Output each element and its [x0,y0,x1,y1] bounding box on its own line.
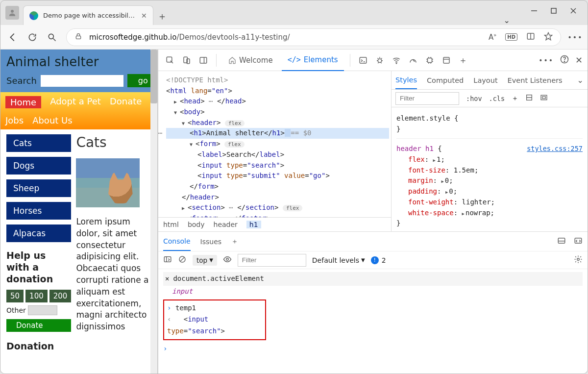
svg-point-0 [11,10,14,13]
flex-editor-icon[interactable] [525,94,533,103]
svg-line-34 [180,257,184,261]
memory-icon[interactable] [423,53,437,67]
amount-100[interactable]: 100 [25,290,48,302]
side-cats[interactable]: Cats [6,134,71,152]
svg-point-18 [396,63,397,64]
help-icon[interactable] [560,54,569,66]
dom-tree[interactable]: <!DOCTYPE html> <html lang="en"> <head> … [158,71,391,217]
window-close-button[interactable] [570,7,577,14]
console-filter-input[interactable] [238,254,306,267]
donation-list-heading: Donation [6,341,71,352]
minimize-button[interactable] [531,7,538,14]
reader-icon[interactable] [526,32,535,43]
browser-tab[interactable]: Demo page with accessibility issu ✕ [23,5,153,25]
devtools-close-icon[interactable]: ✕ [575,55,583,65]
drawer-tab-console[interactable]: Console [163,232,191,251]
maximize-button[interactable] [550,7,557,14]
drawer-tab-issues[interactable]: Issues [200,238,222,246]
refresh-button[interactable] [27,32,38,43]
styles-filter-input[interactable] [395,92,459,105]
back-button[interactable] [7,32,18,43]
styles-chevron-icon[interactable]: ⌄ [577,75,584,85]
side-alpacas[interactable]: Alpacas [6,224,71,242]
search-icon[interactable] [47,32,57,43]
drawer-dock-icon[interactable] [557,236,566,247]
console-body[interactable]: ✕ document.activeElement input › temp1 ‹… [158,269,588,374]
svg-rect-20 [443,57,449,63]
other-amount-input[interactable] [28,305,57,315]
log-levels[interactable]: Default levels ▼ [312,256,365,264]
new-style-icon[interactable]: ＋ [512,94,518,103]
dock-icon[interactable] [196,53,210,67]
tab-title: Demo page with accessibility issu [43,12,136,19]
styles-body[interactable]: element.style { } styles.css:257 header … [392,107,588,231]
issue-count-icon: ! [371,256,379,264]
address-bar[interactable]: microsoftedge.github.io/Demos/devtools-a… [66,28,561,46]
console-prompt-icon[interactable]: › [163,345,167,352]
box-model-icon[interactable] [540,94,548,103]
styles-tabs: Styles Computed Layout Event Listeners ⌄ [392,71,588,90]
drawer-add-icon[interactable]: ＋ [231,237,238,246]
side-sheep[interactable]: Sheep [6,179,71,197]
network-icon[interactable] [390,53,403,67]
console-shortcut-icon[interactable] [356,53,370,67]
page-scrollbar[interactable] [150,50,157,374]
donate-button[interactable]: Donate [6,319,71,332]
drawer-expand-icon[interactable] [574,236,583,247]
close-expr-icon[interactable]: ✕ [165,273,169,285]
page-header: Animal shelter Search go [0,50,157,92]
tab-elements[interactable]: </> Elements [282,50,344,71]
nav-adopt[interactable]: Adopt a Pet [50,96,101,108]
rendered-page: Animal shelter Search go Home Adopt a Pe… [0,50,157,374]
nav-home[interactable]: Home [5,96,41,108]
svg-rect-2 [551,8,556,13]
site-title: Animal shelter [6,54,151,69]
favorite-star-icon[interactable] [544,32,553,43]
svg-rect-19 [427,58,432,62]
performance-icon[interactable] [406,53,420,67]
inspect-icon[interactable] [163,53,177,67]
tab-layout[interactable]: Layout [473,76,497,84]
chevron-down-icon[interactable]: ⌄ [504,16,510,25]
nav-donate[interactable]: Donate [110,96,142,108]
nav-about[interactable]: About Us [32,115,73,125]
hd-badge-icon[interactable]: HD [505,33,517,41]
more-icon[interactable]: ••• [570,32,581,43]
debug-icon[interactable] [373,53,387,67]
add-tab-icon[interactable]: ＋ [456,53,470,67]
side-dogs[interactable]: Dogs [6,157,71,175]
hov-toggle[interactable]: :hov [466,95,482,102]
search-input[interactable] [41,75,123,87]
url-text: microsoftedge.github.io/Demos/devtools-a… [89,33,290,42]
tab-styles[interactable]: Styles [395,71,417,89]
tab-close-icon[interactable]: ✕ [141,12,147,20]
nav-jobs[interactable]: Jobs [5,115,24,125]
live-expr-icon[interactable] [223,255,232,265]
lorem-text: Lorem ipsum dolor, sit amet consectetur … [76,216,151,333]
new-tab-button[interactable]: ＋ [153,7,171,25]
profile-avatar[interactable] [5,6,19,20]
devtools-more-icon[interactable]: ••• [539,56,554,64]
styles-source-link[interactable]: styles.css:257 [527,144,583,154]
svg-rect-16 [360,57,367,63]
svg-rect-31 [164,257,171,262]
application-icon[interactable] [440,53,453,67]
breadcrumb[interactable]: html body header h1 [158,217,391,231]
svg-point-23 [564,61,564,62]
device-icon[interactable] [180,53,194,67]
issues-badge[interactable]: ! 2 [371,256,386,264]
amount-50[interactable]: 50 [6,290,24,302]
side-horses[interactable]: Horses [6,202,71,220]
amount-200[interactable]: 200 [49,290,72,302]
clear-console-icon[interactable] [178,255,187,265]
donation-heading: Help us with a donation [6,250,71,285]
svg-rect-27 [542,97,546,99]
tab-welcome[interactable]: Welcome [222,50,279,71]
console-sidebar-icon[interactable] [163,255,172,265]
console-context[interactable]: top ▼ [193,255,217,266]
console-settings-icon[interactable] [574,255,583,265]
tab-computed[interactable]: Computed [427,76,464,84]
read-aloud-icon[interactable]: A» [489,32,496,42]
cls-toggle[interactable]: .cls [489,95,505,102]
tab-event-listeners[interactable]: Event Listeners [508,76,563,84]
